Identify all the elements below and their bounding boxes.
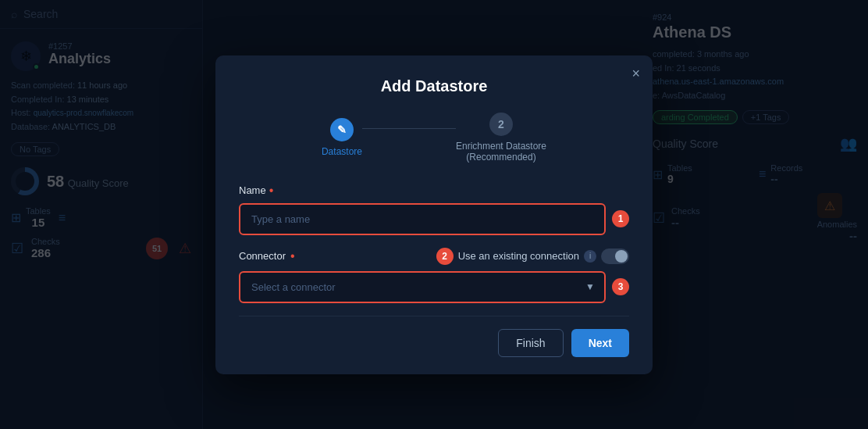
use-existing-label: Use an existing connection xyxy=(458,250,579,262)
add-datastore-modal: × Add Datastore ✎ Datastore 2 Enrichment… xyxy=(215,55,653,374)
step-2: 2 Enrichment Datastore (Recommended) xyxy=(456,113,546,163)
step-connector xyxy=(362,128,456,129)
connector-label-wrap: Connector • xyxy=(239,250,295,263)
use-existing-toggle[interactable] xyxy=(601,248,629,264)
connector-select[interactable]: Select a connector xyxy=(239,271,606,303)
connector-form-group: Connector • 2 Use an existing connection… xyxy=(239,248,629,303)
toggle-knob xyxy=(615,250,628,263)
select-wrapper: Select a connector ▼ xyxy=(239,271,606,303)
modal-footer: Finish Next xyxy=(239,329,629,357)
select-step-badge: 3 xyxy=(612,278,629,295)
name-label: Name • xyxy=(239,184,629,197)
step-1-label: Datastore xyxy=(322,146,362,157)
name-input-row: 1 xyxy=(239,203,629,235)
modal-divider xyxy=(239,316,629,316)
connector-label-row: Connector • 2 Use an existing connection… xyxy=(239,248,629,265)
step-2-circle: 2 xyxy=(489,113,513,136)
name-step-badge: 1 xyxy=(612,210,629,227)
step-1: ✎ Datastore xyxy=(322,118,362,157)
name-input[interactable] xyxy=(239,203,606,235)
step-2-label: Enrichment Datastore (Recommended) xyxy=(456,141,546,163)
required-dot: • xyxy=(269,184,274,197)
modal-close-button[interactable]: × xyxy=(631,66,640,80)
modal-title: Add Datastore xyxy=(239,77,629,95)
next-button[interactable]: Next xyxy=(571,329,629,357)
modal-overlay: × Add Datastore ✎ Datastore 2 Enrichment… xyxy=(0,0,868,429)
step-1-circle: ✎ xyxy=(330,118,354,141)
use-existing-row: 2 Use an existing connection i xyxy=(436,248,629,265)
connector-required: • xyxy=(290,250,295,263)
name-form-group: Name • 1 xyxy=(239,184,629,235)
connector-label: Connector xyxy=(239,250,286,262)
info-icon[interactable]: i xyxy=(584,250,596,263)
select-input-row: Select a connector ▼ 3 xyxy=(239,271,629,303)
finish-button[interactable]: Finish xyxy=(498,329,563,357)
steps-indicator: ✎ Datastore 2 Enrichment Datastore (Reco… xyxy=(239,113,629,163)
connector-badge: 2 xyxy=(436,248,454,265)
